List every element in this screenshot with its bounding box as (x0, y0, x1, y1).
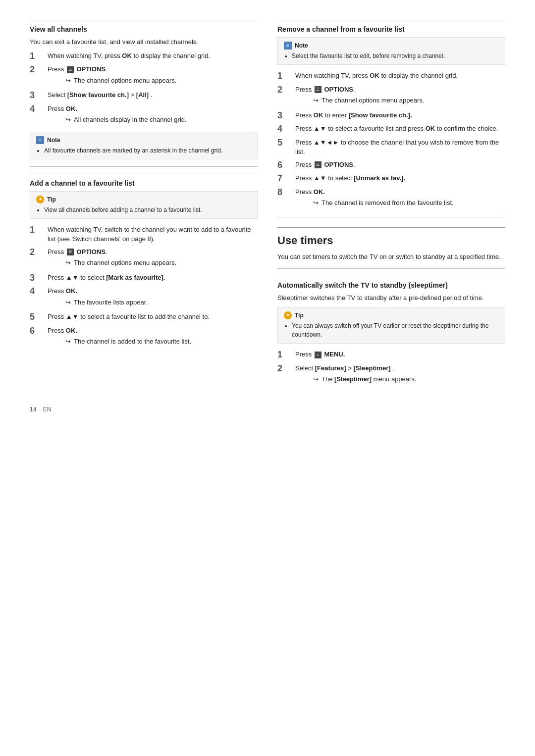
page-layout: View all channels You can exit a favouri… (30, 20, 505, 391)
remove-step-2-arrow: ↪ The channel options menu appears. (295, 96, 505, 105)
remove-step-6: 6 Press ☰ OPTIONS. (277, 160, 505, 171)
tip-bullet: View all channels before adding a channe… (44, 205, 251, 214)
options-icon-4: ☰ (315, 161, 321, 168)
view-channels-note: ≡ Note All favourite channels are marked… (30, 132, 258, 159)
options-icon-2: ☰ (67, 249, 74, 255)
remove-step-4: 4 Press ▲▼ to select a favourite list an… (277, 124, 505, 135)
note-icon: ≡ (36, 136, 44, 144)
sleep-step-2: 2 Select [Features] > [Sleeptimer] . ↪ T… (277, 363, 505, 386)
options-icon-3: ☰ (315, 86, 321, 93)
page-lang: EN (43, 406, 52, 413)
options-icon: ☰ (67, 66, 74, 73)
tip-icon-2: ✦ (284, 311, 292, 319)
page-number: 14 (30, 406, 36, 413)
section-divider-3 (277, 268, 505, 269)
add-step-6-arrow: ↪ The channel is added to the favourite … (48, 337, 258, 347)
add-step-4-arrow: ↪ The favourite lists appear. (48, 298, 258, 307)
add-channel-heading: Add a channel to a favourite list (30, 174, 258, 187)
right-column: Remove a channel from a favourite list ≡… (277, 20, 505, 391)
step-4: 4 Press OK. ↪ All channels display in th… (30, 104, 258, 127)
add-step-2: 2 Press ☰ OPTIONS. ↪ The channel options… (30, 247, 258, 270)
remove-note-bullet: Select the favourite list to edit, befor… (292, 51, 499, 60)
sleeptimer-tip-bullet: You can always switch off your TV earlie… (292, 321, 499, 339)
use-timers-intro: You can set timers to switch the TV on o… (277, 252, 505, 262)
note-bullet: All favourite channels are marked by an … (44, 146, 251, 155)
page-footer: 14 EN (30, 406, 505, 413)
add-step-5: 5 Press ▲▼ to select a favourite list to… (30, 312, 258, 323)
section-divider-1 (30, 166, 258, 167)
step-3: 3 Select [Show favourite ch.] > [All] . (30, 90, 258, 101)
step-4-arrow: ↪ All channels display in the channel gr… (48, 115, 258, 125)
menu-icon: ⌂ (315, 352, 321, 358)
remove-step-3: 3 Press OK to enter [Show favourite ch.]… (277, 110, 505, 121)
step-2-arrow: ↪ The channel options menu appears. (48, 76, 258, 86)
sleep-step-1: 1 Press ⌂ MENU. (277, 350, 505, 360)
tip-icon: ✦ (36, 196, 44, 203)
use-timers-heading: Use timers (277, 227, 505, 247)
sleeptimer-intro: Sleeptimer switches the TV to standby af… (277, 293, 505, 303)
section-divider-2 (277, 217, 505, 217)
remove-step-1: 1 When watching TV, press OK to display … (277, 71, 505, 82)
remove-step-8: 8 Press OK. ↪ The channel is removed fro… (277, 187, 505, 210)
remove-step-8-arrow: ↪ The channel is removed from the favour… (295, 198, 505, 208)
view-all-channels-intro: You can exit a favourite list, and view … (30, 37, 258, 47)
remove-step-5: 5 Press ▲▼◄► to choose the channel that … (277, 138, 505, 157)
view-all-channels-heading: View all channels (30, 20, 258, 33)
sleeptimer-steps: 1 Press ⌂ MENU. 2 Select [Features] > [S… (277, 350, 505, 386)
add-step-2-arrow: ↪ The channel options menu appears. (48, 258, 258, 268)
remove-step-7: 7 Press ▲▼ to select [Unmark as fav.]. (277, 173, 505, 184)
remove-channel-steps: 1 When watching TV, press OK to display … (277, 71, 505, 210)
left-column: View all channels You can exit a favouri… (30, 20, 258, 391)
remove-channel-note: ≡ Note Select the favourite list to edit… (277, 37, 505, 65)
remove-channel-heading: Remove a channel from a favourite list (277, 20, 505, 33)
add-channel-tip: ✦ Tip View all channels before adding a … (30, 191, 258, 219)
add-step-4: 4 Press OK. ↪ The favourite lists appear… (30, 286, 258, 309)
sleeptimer-heading: Automatically switch the TV to standby (… (277, 276, 505, 289)
add-channel-steps: 1 When watching TV, switch to the channe… (30, 225, 258, 349)
remove-step-2: 2 Press ☰ OPTIONS. ↪ The channel options… (277, 85, 505, 107)
add-step-3: 3 Press ▲▼ to select [Mark as favourite]… (30, 273, 258, 284)
add-step-6: 6 Press OK. ↪ The channel is added to th… (30, 326, 258, 349)
note-icon-2: ≡ (284, 42, 292, 50)
sleep-step-2-arrow: ↪ The [Sleeptimer] menu appears. (295, 374, 505, 384)
sleeptimer-tip: ✦ Tip You can always switch off your TV … (277, 307, 505, 344)
view-all-channels-steps: 1 When watching TV, press OK to display … (30, 51, 258, 127)
step-2: 2 Press ☰ OPTIONS. ↪ The channel options… (30, 64, 258, 87)
add-step-1: 1 When watching TV, switch to the channe… (30, 225, 258, 244)
step-1: 1 When watching TV, press OK to display … (30, 51, 258, 62)
